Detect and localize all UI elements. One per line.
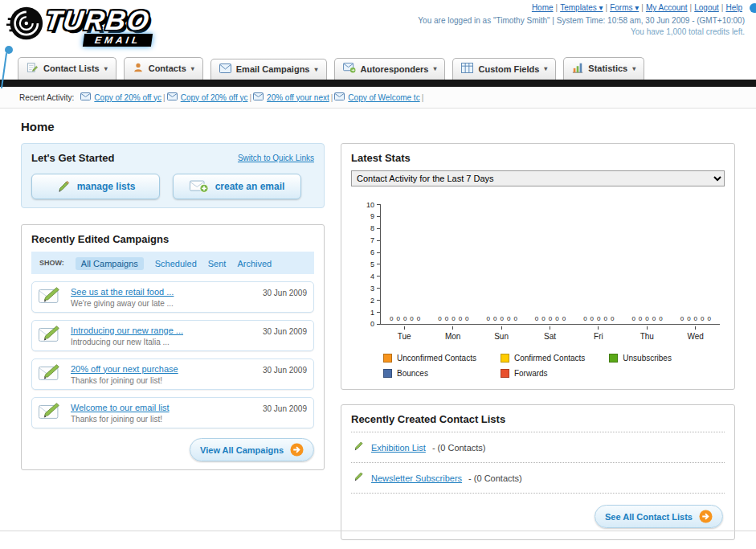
top-link-my-account[interactable]: My Account [646, 3, 688, 12]
campaign-tab-archived[interactable]: Archived [237, 259, 272, 268]
legend-label: Unsubscribes [623, 354, 672, 363]
nav-tab-email-campaigns[interactable]: Email Campaigns▾ [210, 59, 327, 80]
x-axis-label: Wed [672, 325, 720, 341]
nav-tab-statistics[interactable]: Statistics▾ [563, 57, 644, 80]
recent-activity-item: Copy of Welcome tc [334, 92, 419, 102]
pencil-icon [353, 470, 365, 485]
see-all-contact-lists-button[interactable]: See All Contact Lists [595, 505, 723, 528]
header-right: Home|Templates ▾|Forms ▾|My Account|Logo… [418, 3, 745, 36]
campaign-date: 30 Jun 2009 [263, 289, 307, 297]
pencil-icon [353, 440, 365, 455]
bar-value-labels: 00000 [429, 315, 477, 322]
campaign-subtitle: Thanks for joining our list! [71, 415, 255, 424]
top-links: Home|Templates ▾|Forms ▾|My Account|Logo… [418, 3, 745, 12]
campaign-tab-scheduled[interactable]: Scheduled [155, 259, 197, 268]
contact-list-item[interactable]: Exhibition List - (0 Contacts) [351, 432, 725, 462]
app-logo[interactable]: TURBO EMAIL [6, 2, 231, 50]
bar-value: 0 [687, 315, 690, 322]
legend-label: Confirmed Contacts [514, 354, 585, 363]
bar-value: 0 [549, 315, 552, 322]
bar-value-labels: 00000 [478, 315, 526, 322]
bar-value-labels: 00000 [526, 315, 574, 322]
manage-lists-label: manage lists [77, 181, 136, 192]
bar-value: 0 [645, 315, 648, 322]
bar-value: 0 [603, 315, 607, 322]
top-link-home[interactable]: Home [532, 3, 554, 12]
chevron-down-icon: ▾ [191, 65, 194, 72]
top-link-templates[interactable]: Templates ▾ [560, 3, 603, 12]
nav-tab-label: Autoresponders [361, 64, 429, 74]
recent-activity-link[interactable]: Copy of 20% off yc [181, 93, 248, 102]
create-email-button[interactable]: create an email [173, 174, 301, 199]
recent-activity-items: Copy of 20% off yc|Copy of 20% off yc|20… [80, 92, 425, 102]
envelope-pencil-icon [39, 402, 63, 424]
contact-list-link[interactable]: Exhibition List [371, 443, 426, 453]
legend-swatch [501, 354, 509, 363]
campaign-tab-all-campaigns[interactable]: All Campaigns [76, 257, 144, 270]
campaign-row[interactable]: See us at the retail food ...We're givin… [31, 281, 314, 313]
bar-value-labels: 00000 [574, 315, 623, 322]
logo-email-text: EMAIL [83, 34, 153, 47]
campaign-row[interactable]: 20% off your next purchaseThanks for joi… [31, 358, 314, 390]
view-all-campaigns-button[interactable]: View All Campaigns [190, 438, 314, 461]
bar-value: 0 [438, 315, 441, 322]
recent-activity-bar: Recent Activity: Copy of 20% off yc|Copy… [0, 87, 756, 109]
activity-separator: | [331, 93, 333, 102]
campaign-title-link[interactable]: See us at the retail food ... [71, 287, 255, 297]
top-link-logout[interactable]: Logout [694, 3, 719, 12]
chart-group: 00000 [672, 204, 720, 324]
nav-tab-custom-fields[interactable]: Custom Fields▾ [452, 58, 556, 80]
nav-tab-contacts[interactable]: Contacts▾ [124, 57, 203, 80]
bar-value: 0 [555, 315, 558, 322]
mail-icon [167, 92, 178, 102]
chart-x-axis: TueMonSunSatFriThuWed [380, 325, 720, 341]
legend-item: Unsubscribes [609, 354, 672, 363]
link-separator: | [721, 3, 724, 12]
nav-tab-label: Statistics [588, 64, 627, 73]
contact-list-detail: - (0 Contacts) [432, 443, 486, 453]
chevron-down-icon: ▾ [544, 65, 547, 72]
bar-value: 0 [590, 315, 594, 322]
y-axis-tick: 9 [356, 216, 380, 217]
top-link-forms[interactable]: Forms ▾ [610, 3, 639, 12]
left-column: Let's Get Started Switch to Quick Links … [21, 143, 325, 470]
switch-quick-links-link[interactable]: Switch to Quick Links [238, 154, 314, 162]
y-axis-tick: 0 [356, 324, 380, 325]
recent-activity-link[interactable]: 20% off your next [267, 93, 329, 102]
recent-activity-link[interactable]: Copy of 20% off yc [94, 93, 161, 102]
x-axis-label: Thu [623, 325, 671, 341]
campaign-tab-sent[interactable]: Sent [208, 259, 227, 268]
legend-item: Bounces [383, 369, 476, 378]
bar-value: 0 [611, 315, 614, 322]
link-separator: | [690, 3, 693, 12]
legend-label: Unconfirmed Contacts [397, 354, 476, 363]
contact-list-link[interactable]: Newsletter Subscribers [371, 473, 462, 483]
campaign-row[interactable]: Introducing our new range ...Introducing… [31, 320, 314, 351]
statistics-icon [572, 62, 583, 75]
chevron-down-icon: ▾ [433, 65, 436, 72]
latest-stats-panel: Latest Stats Contact Activity for the La… [341, 143, 735, 390]
manage-lists-button[interactable]: manage lists [31, 174, 160, 199]
contact-list-item[interactable]: Newsletter Subscribers - (0 Contacts) [351, 462, 725, 493]
envelope-pencil-icon [39, 325, 63, 346]
legend-item: Confirmed Contacts [501, 354, 585, 363]
bar-value: 0 [500, 315, 503, 322]
recent-activity-item: 20% off your next [253, 92, 329, 102]
pencil-icon [56, 179, 71, 194]
campaign-subtitle: Introducing our new Italia ... [71, 338, 255, 346]
bar-value: 0 [459, 315, 462, 322]
campaign-row[interactable]: Welcome to our email listThanks for join… [31, 397, 314, 428]
bar-value: 0 [680, 315, 684, 322]
nav-tab-contact-lists[interactable]: Contact Lists▾ [18, 57, 116, 80]
top-link-help[interactable]: Help [725, 3, 742, 12]
nav-tab-autoresponders[interactable]: Autoresponders▾ [334, 58, 446, 80]
stats-activity-select[interactable]: Contact Activity for the Last 7 Days [351, 170, 725, 186]
campaign-title-link[interactable]: Welcome to our email list [71, 403, 255, 412]
mail-icon [253, 92, 264, 102]
legend-label: Bounces [397, 369, 428, 378]
y-axis-tick: 8 [356, 228, 380, 229]
campaign-title-link[interactable]: Introducing our new range ... [71, 326, 255, 335]
recent-activity-link[interactable]: Copy of Welcome tc [348, 93, 419, 102]
campaign-title-link[interactable]: 20% off your next purchase [71, 364, 255, 374]
campaign-subtitle: Thanks for joining our list! [71, 376, 255, 385]
